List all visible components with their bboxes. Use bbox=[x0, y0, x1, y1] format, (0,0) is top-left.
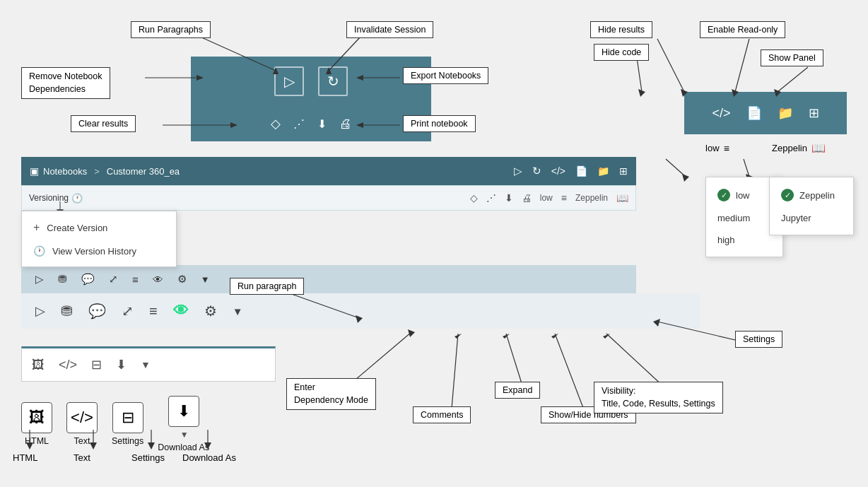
svg-line-22 bbox=[744, 159, 749, 177]
callout-visibility: Visibility: Title, Code, Results, Settin… bbox=[594, 382, 723, 413]
second-toolbar: ◇ ⋰ ⬇ 🖨 bbox=[191, 106, 431, 141]
pt2-down-icon[interactable]: ▼ bbox=[233, 305, 243, 317]
pt2-gear-icon[interactable]: ⚙ bbox=[204, 303, 217, 319]
svg-line-34 bbox=[606, 334, 664, 387]
svg-marker-33 bbox=[551, 334, 558, 339]
html-label: HTML bbox=[25, 436, 49, 446]
callout-expand: Expand bbox=[495, 382, 540, 399]
versioning-bar-right: ◇ ⋰ ⬇ 🖨 low ≡ Zeppelin 📖 bbox=[470, 192, 628, 204]
callout-hide-code: Hide code bbox=[594, 44, 649, 61]
nb-file-icon[interactable]: 📄 bbox=[575, 165, 587, 177]
notebook-page[interactable]: Customer 360_ea bbox=[107, 166, 180, 177]
pt2-comment-icon[interactable]: 💬 bbox=[88, 303, 106, 319]
nb-run-icon[interactable]: ▷ bbox=[514, 165, 522, 177]
folder-icon[interactable]: 📁 bbox=[778, 105, 793, 121]
vbar-print-icon[interactable]: 🖨 bbox=[522, 192, 532, 204]
pt2-eye-icon[interactable]: 👁 bbox=[173, 302, 189, 320]
callout-invalidate-session: Invalidate Session bbox=[346, 21, 433, 38]
pt-run-icon[interactable]: ▷ bbox=[35, 273, 44, 286]
nb-folder-icon[interactable]: 📁 bbox=[597, 165, 609, 177]
down-arrow-small[interactable]: ▼ bbox=[180, 430, 189, 440]
para-toolbar-2: ▷ ⛃ 💬 ⤢ ≡ 👁 ⚙ ▼ bbox=[21, 293, 700, 329]
svg-line-32 bbox=[555, 334, 587, 417]
refresh-button[interactable]: ↻ bbox=[318, 66, 348, 96]
level-selector[interactable]: low ≡ bbox=[705, 143, 729, 154]
vbar-download-icon[interactable]: ⬇ bbox=[505, 192, 513, 204]
vbar-low[interactable]: low bbox=[540, 193, 553, 203]
eraser-icon[interactable]: ◇ bbox=[271, 116, 281, 131]
versioning-toggle[interactable]: Versioning 🕐 bbox=[29, 193, 83, 204]
view-version-history-item[interactable]: 🕐 View Version History bbox=[22, 240, 176, 262]
pt-arrow-icon[interactable]: ▼ bbox=[201, 274, 210, 285]
version-panel: + Create Version 🕐 View Version History bbox=[21, 211, 177, 267]
callout-hide-results: Hide results bbox=[590, 21, 652, 38]
html-icon-item[interactable]: 🖼 HTML bbox=[21, 402, 52, 446]
html-icon: 🖼 bbox=[21, 402, 52, 433]
zeppelin-dropdown: ✓ Zeppelin Jupyter bbox=[769, 177, 854, 235]
callout-clear-results: Clear results bbox=[71, 115, 136, 132]
settings-icon: ⊟ bbox=[112, 402, 143, 433]
download-as-text-label: Download As bbox=[182, 452, 236, 463]
level-list-icon: ≡ bbox=[724, 143, 729, 154]
main-toolbar: ▷ ↻ bbox=[191, 57, 431, 106]
svg-marker-27 bbox=[408, 329, 415, 337]
check-icon: ✓ bbox=[717, 189, 730, 201]
pt2-run-icon[interactable]: ▷ bbox=[35, 303, 45, 319]
print-icon[interactable]: 🖨 bbox=[339, 117, 352, 131]
callout-remove-notebook: Remove Notebook Dependencies bbox=[21, 67, 110, 99]
create-version-item[interactable]: + Create Version bbox=[22, 216, 176, 240]
callout-enter-dependency: Enter Dependency Mode bbox=[286, 378, 376, 410]
panel-icon[interactable]: ⊞ bbox=[809, 105, 819, 121]
interpreter-label: Zeppelin bbox=[772, 143, 807, 153]
pt2-list-icon[interactable]: ≡ bbox=[149, 303, 158, 319]
check-icon-zeppelin: ✓ bbox=[781, 189, 794, 201]
notebook-icon: ▣ bbox=[30, 165, 39, 177]
plus-icon: + bbox=[33, 221, 40, 234]
nb-code-icon[interactable]: </> bbox=[551, 165, 565, 177]
interpreter-selector[interactable]: Zeppelin 📖 bbox=[772, 141, 826, 155]
vbar-branch-icon[interactable]: ⋰ bbox=[486, 192, 496, 204]
vbar-eraser-icon[interactable]: ◇ bbox=[470, 192, 478, 204]
pt-list-icon[interactable]: ≡ bbox=[132, 274, 139, 286]
svg-line-28 bbox=[451, 334, 458, 417]
text-label: Text bbox=[74, 436, 90, 446]
download-blue-icon[interactable]: ⬇ bbox=[317, 117, 327, 131]
svg-line-12 bbox=[657, 39, 684, 92]
download-icon-item[interactable]: ⬇ ▼ Download As bbox=[158, 396, 209, 452]
text-icon-item[interactable]: </> Text bbox=[66, 402, 98, 446]
pt-hierarchy-icon[interactable]: ⛃ bbox=[58, 273, 67, 286]
svg-marker-29 bbox=[454, 334, 462, 339]
versioning-text: Versioning bbox=[29, 193, 69, 203]
code-icon[interactable]: </> bbox=[712, 106, 730, 121]
bar-arrow-icon[interactable]: ▼ bbox=[141, 359, 151, 370]
nb-panel-icon[interactable]: ⊞ bbox=[619, 165, 628, 177]
nb-refresh-icon[interactable]: ↻ bbox=[532, 165, 541, 177]
jupyter-item[interactable]: Jupyter bbox=[770, 207, 853, 229]
pt2-hierarchy-icon[interactable]: ⛃ bbox=[61, 303, 73, 319]
bar-img-icon[interactable]: 🖼 bbox=[32, 358, 45, 372]
vbar-book-icon: 📖 bbox=[616, 192, 628, 204]
pt-gear-icon[interactable]: ⚙ bbox=[177, 273, 187, 286]
callout-show-panel: Show Panel bbox=[761, 49, 823, 66]
branch-icon[interactable]: ⋰ bbox=[293, 117, 305, 131]
vbar-list-icon: ≡ bbox=[561, 192, 567, 204]
pt-comment-icon[interactable]: 💬 bbox=[81, 273, 95, 286]
pt-eye-icon[interactable]: 👁 bbox=[153, 274, 163, 286]
notebooks-link[interactable]: Notebooks bbox=[43, 166, 87, 177]
bar-sliders-icon[interactable]: ⊟ bbox=[91, 357, 102, 372]
callout-run-paragraphs: Run Paragraphs bbox=[131, 21, 211, 38]
bar-download-icon[interactable]: ⬇ bbox=[116, 357, 127, 372]
callout-export-notebooks: Export Notebooks bbox=[403, 67, 488, 84]
pt2-expand-icon[interactable]: ⤢ bbox=[122, 303, 134, 319]
text-text-label: Text bbox=[74, 452, 90, 463]
history-icon: 🕐 bbox=[33, 245, 45, 257]
right-panel-toolbar: </> 📄 📁 ⊞ bbox=[684, 92, 847, 134]
run-all-button[interactable]: ▷ bbox=[274, 66, 304, 96]
settings-icon-item[interactable]: ⊟ Settings bbox=[112, 402, 143, 446]
vbar-zeppelin[interactable]: Zeppelin bbox=[575, 193, 608, 203]
bar-code-icon[interactable]: </> bbox=[59, 358, 77, 372]
svg-marker-31 bbox=[503, 334, 510, 339]
pt-expand-icon[interactable]: ⤢ bbox=[109, 273, 118, 286]
zeppelin-item[interactable]: ✓ Zeppelin bbox=[770, 183, 853, 207]
file-icon[interactable]: 📄 bbox=[746, 105, 762, 121]
